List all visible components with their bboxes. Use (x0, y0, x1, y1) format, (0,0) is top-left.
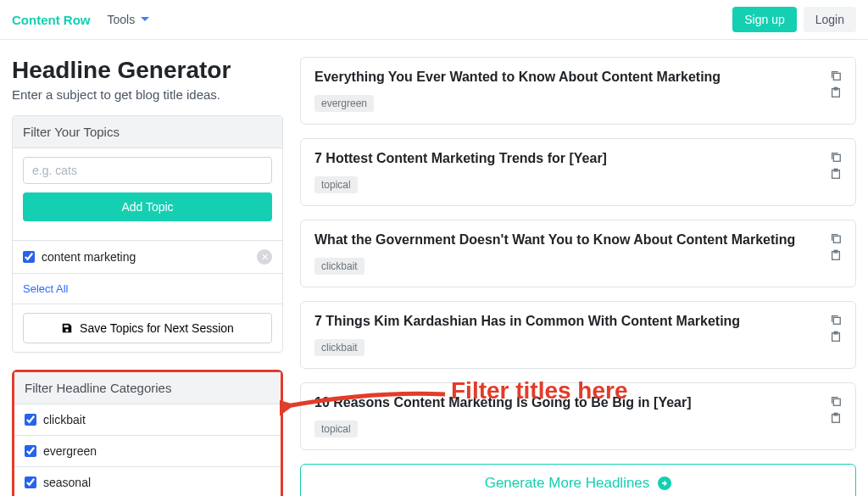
signup-button[interactable]: Sign up (732, 7, 796, 32)
page-title: Headline Generator (12, 57, 283, 84)
category-row: evergreen (14, 435, 281, 466)
login-button[interactable]: Login (804, 7, 856, 32)
filter-topics-header: Filter Your Topics (13, 116, 282, 148)
headline-tag: clickbait (314, 258, 364, 275)
copy-icon[interactable] (830, 314, 842, 326)
brand-logo[interactable]: Content Row (12, 13, 90, 27)
save-topics-label: Save Topics for Next Session (80, 321, 234, 335)
headline-tag: evergreen (314, 95, 374, 112)
clipboard-icon[interactable] (830, 412, 842, 424)
clipboard-icon[interactable] (830, 86, 842, 98)
svg-rect-3 (833, 154, 840, 161)
top-navbar: Content Row Tools Sign up Login (0, 0, 868, 40)
filter-topics-panel: Filter Your Topics Add Topic content mar… (12, 115, 283, 353)
select-all-topics-link[interactable]: Select All (13, 273, 282, 304)
headline-card: 7 Things Kim Kardashian Has in Common Wi… (300, 301, 856, 369)
headline-title: 7 Things Kim Kardashian Has in Common Wi… (314, 314, 740, 329)
topic-checkbox[interactable] (23, 251, 35, 263)
headline-card: 10 Reasons Content Marketing Is Going to… (300, 382, 856, 450)
page-subtitle: Enter a subject to get blog title ideas. (12, 87, 283, 102)
headline-tag: topical (314, 421, 358, 437)
tools-dropdown[interactable]: Tools (107, 13, 150, 26)
tools-label: Tools (107, 13, 135, 26)
clipboard-icon[interactable] (830, 331, 842, 343)
filter-categories-header: Filter Headline Categories (14, 372, 281, 404)
headline-card: 7 Hottest Content Marketing Trends for [… (300, 138, 856, 206)
clipboard-icon[interactable] (830, 168, 842, 180)
topic-input[interactable] (23, 157, 272, 184)
copy-icon[interactable] (830, 395, 842, 407)
headline-title: Everything You Ever Wanted to Know About… (314, 70, 721, 85)
topic-label: content marketing (42, 250, 136, 264)
category-label: clickbait (43, 413, 86, 426)
filter-categories-panel: Filter Headline Categories clickbaitever… (12, 370, 283, 496)
headline-tag: topical (314, 176, 358, 193)
category-checkbox[interactable] (25, 476, 36, 488)
category-label: evergreen (43, 444, 97, 458)
generate-more-label: Generate More Headlines (485, 475, 650, 492)
category-row: seasonal (14, 466, 281, 496)
save-topics-button[interactable]: Save Topics for Next Session (23, 313, 272, 343)
clipboard-icon[interactable] (830, 249, 842, 261)
headline-tag: clickbait (314, 339, 364, 356)
arrow-circle-right-icon (658, 476, 671, 490)
close-icon: ✕ (261, 252, 269, 263)
category-label: seasonal (43, 476, 91, 489)
svg-rect-0 (833, 73, 840, 80)
add-topic-button[interactable]: Add Topic (23, 192, 272, 221)
headline-card: Everything You Ever Wanted to Know About… (300, 57, 856, 125)
topic-row: content marketing ✕ (13, 240, 282, 273)
category-checkbox[interactable] (25, 414, 36, 426)
headline-title: 7 Hottest Content Marketing Trends for [… (314, 151, 607, 166)
svg-rect-12 (833, 398, 840, 405)
generate-more-button[interactable]: Generate More Headlines (300, 464, 856, 496)
headline-title: 10 Reasons Content Marketing Is Going to… (314, 395, 692, 410)
copy-icon[interactable] (830, 151, 842, 163)
headline-title: What the Government Doesn't Want You to … (314, 232, 795, 248)
copy-icon[interactable] (830, 70, 842, 81)
category-checkbox[interactable] (25, 445, 36, 457)
remove-topic-button[interactable]: ✕ (257, 249, 272, 265)
svg-rect-6 (833, 236, 840, 242)
copy-icon[interactable] (830, 232, 842, 244)
category-row: clickbait (14, 404, 281, 435)
save-icon (61, 322, 73, 334)
chevron-down-icon (140, 14, 150, 25)
svg-rect-9 (833, 317, 840, 324)
headline-card: What the Government Doesn't Want You to … (300, 220, 856, 287)
